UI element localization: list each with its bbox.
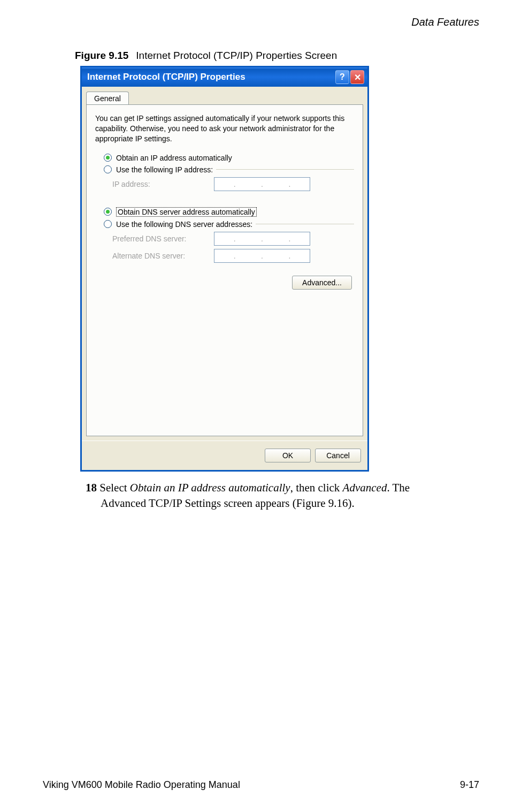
radio-obtain-dns-label: Obtain DNS server address automatically <box>116 207 257 217</box>
advanced-button[interactable]: Advanced... <box>292 276 352 290</box>
preferred-dns-label: Preferred DNS server: <box>112 234 209 243</box>
dialog-button-bar: OK Cancel <box>82 441 367 470</box>
radio-icon <box>104 220 112 228</box>
figure-number: Figure 9.15 <box>75 50 128 61</box>
step-18-text: 18 Select Obtain an IP address automatic… <box>86 480 447 512</box>
close-icon[interactable]: ✕ <box>350 70 364 84</box>
tcpip-properties-dialog: Internet Protocol (TCP/IP) Properties ? … <box>80 66 369 472</box>
figure-title: Internet Protocol (TCP/IP) Properties Sc… <box>136 50 337 61</box>
ip-address-input[interactable]: ... <box>214 177 310 191</box>
radio-obtain-ip[interactable]: Obtain an IP address automatically <box>104 154 354 162</box>
figure-caption: Figure 9.15Internet Protocol (TCP/IP) Pr… <box>75 50 479 62</box>
cancel-button[interactable]: Cancel <box>315 449 361 462</box>
dialog-titlebar[interactable]: Internet Protocol (TCP/IP) Properties ? … <box>82 67 367 87</box>
step-number: 18 <box>86 481 97 494</box>
tab-general[interactable]: General <box>86 92 129 105</box>
radio-obtain-dns[interactable]: Obtain DNS server address automatically <box>104 207 354 217</box>
dialog-title: Internet Protocol (TCP/IP) Properties <box>87 72 335 82</box>
radio-icon <box>104 165 112 173</box>
radio-use-ip[interactable]: Use the following IP address: <box>104 165 354 174</box>
radio-icon <box>104 154 112 162</box>
intro-text: You can get IP settings assigned automat… <box>95 113 354 144</box>
radio-obtain-ip-label: Obtain an IP address automatically <box>116 154 232 162</box>
footer-manual-title: Viking VM600 Mobile Radio Operating Manu… <box>43 779 240 791</box>
radio-icon <box>104 208 112 216</box>
tab-strip: General <box>82 87 367 104</box>
radio-use-dns-label: Use the following DNS server addresses: <box>116 220 252 229</box>
page-header-section: Data Features <box>43 16 479 28</box>
page-footer: Viking VM600 Mobile Radio Operating Manu… <box>43 779 479 791</box>
radio-use-dns[interactable]: Use the following DNS server addresses: <box>104 220 354 229</box>
alternate-dns-label: Alternate DNS server: <box>112 252 209 260</box>
group-divider <box>256 224 354 224</box>
footer-page-number: 9-17 <box>460 779 479 791</box>
group-divider <box>216 169 354 170</box>
preferred-dns-input[interactable]: ... <box>214 232 310 246</box>
general-panel: You can get IP settings assigned automat… <box>86 104 363 436</box>
ok-button[interactable]: OK <box>265 449 311 462</box>
radio-use-ip-label: Use the following IP address: <box>116 165 213 174</box>
help-icon[interactable]: ? <box>335 70 349 84</box>
ip-address-label: IP address: <box>112 180 209 188</box>
alternate-dns-input[interactable]: ... <box>214 249 310 263</box>
